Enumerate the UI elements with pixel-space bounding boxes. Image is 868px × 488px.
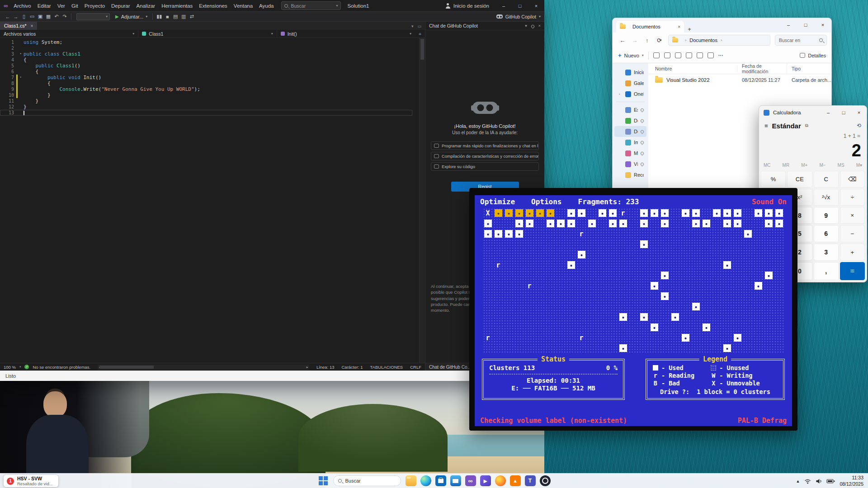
hidden-icons-chevron[interactable]: ▲: [796, 479, 800, 483]
vs-menu-git[interactable]: Git: [68, 0, 81, 11]
code-editor[interactable]: 1using System;23▾public class Class14{5 …: [0, 38, 425, 363]
taskbar-media-player-icon[interactable]: [480, 475, 491, 486]
keep-on-top-icon[interactable]: ⧉: [805, 123, 808, 128]
calc-maximize-button[interactable]: □: [836, 106, 851, 119]
calc-key-6[interactable]: 6: [814, 225, 839, 242]
rename-icon[interactable]: [686, 52, 692, 58]
code-line-12[interactable]: 12}: [0, 104, 412, 110]
vs-menu-ver[interactable]: Ver: [54, 0, 68, 11]
code-line-11[interactable]: 11 }: [0, 98, 412, 104]
vs-search-box[interactable]: Buscar ▾: [281, 1, 341, 10]
calc-key-CE[interactable]: CE: [787, 171, 812, 188]
columns-icon[interactable]: ▤: [171, 14, 179, 19]
sidebar-item-recorded-video[interactable]: Recorded Video: [614, 169, 646, 180]
copilot-panel-header[interactable]: Chat de GitHub Copilot ▾ ×: [425, 22, 544, 30]
editor-vertical-scrollbar[interactable]: [419, 38, 425, 363]
sidebar-item-escritorio[interactable]: Escritorio: [614, 104, 646, 115]
calc-key-9[interactable]: 9: [814, 207, 839, 224]
code-line-8[interactable]: 8 {: [0, 80, 412, 86]
calc-memory-mc[interactable]: MC: [764, 163, 771, 168]
volume-icon[interactable]: [816, 479, 822, 484]
calc-memory-ms[interactable]: MS: [838, 163, 844, 168]
calc-key-⌫[interactable]: ⌫: [840, 171, 865, 188]
column-header-tipo[interactable]: Tipo: [792, 66, 827, 71]
compare-icon[interactable]: ⇄: [188, 14, 196, 19]
refresh-button[interactable]: ⟳: [654, 37, 665, 44]
vs-menu-analizar[interactable]: Analizar: [133, 0, 159, 11]
defrag-menu-optimize[interactable]: Optimize: [480, 197, 515, 206]
code-line-7[interactable]: 7▾ public void Init(): [0, 75, 412, 80]
taskbar-teams-icon[interactable]: [525, 475, 536, 486]
hamburger-menu-icon[interactable]: ≡: [764, 122, 768, 129]
calc-minimize-button[interactable]: –: [821, 106, 836, 119]
vs-menu-proyecto[interactable]: Proyecto: [81, 0, 108, 11]
pin-icon[interactable]: [530, 24, 535, 29]
calc-memory-m-[interactable]: M+: [801, 163, 807, 168]
line-endings[interactable]: CRLF: [410, 365, 421, 370]
calc-key-,[interactable]: ,: [814, 262, 839, 280]
calc-memory-m-[interactable]: M−: [819, 163, 826, 168]
sidebar-item-onedrive[interactable]: ›OneDrive: [614, 89, 646, 99]
new-tab-button[interactable]: +: [684, 26, 695, 33]
sign-in-button[interactable]: Inicio de sesión: [453, 3, 489, 9]
code-line-1[interactable]: 1using System;: [0, 39, 412, 45]
explorer-tab-documentos[interactable]: Documentos ×: [616, 21, 684, 33]
more-options-button[interactable]: ⋯: [718, 52, 724, 58]
chevron-down-icon[interactable]: ▾: [525, 23, 527, 28]
back-button[interactable]: ←: [617, 37, 627, 44]
sidebar-item-descargas[interactable]: Descargas: [614, 115, 646, 126]
sidebar-item-imagenes[interactable]: Imágenes: [614, 137, 646, 148]
taskbar-file-explorer-icon[interactable]: [406, 475, 416, 486]
cut-icon[interactable]: [653, 52, 660, 58]
defrag-menu-options[interactable]: Options: [531, 197, 561, 206]
copy-icon[interactable]: [664, 52, 670, 58]
taskbar-search[interactable]: Buscar: [333, 475, 401, 486]
calc-close-button[interactable]: ×: [851, 106, 867, 119]
calc-key-÷[interactable]: ÷: [840, 189, 865, 206]
sidebar-item-videos[interactable]: Vídeos: [614, 159, 646, 169]
problems-status[interactable]: No se encontraron problemas.: [33, 365, 90, 370]
navigate-forward-icon[interactable]: →: [12, 14, 20, 19]
taskbar-mail-icon[interactable]: [450, 475, 461, 486]
code-line-13[interactable]: 13: [0, 110, 412, 116]
vs-menu-ayuda[interactable]: Ayuda: [256, 0, 277, 11]
close-tab-icon[interactable]: ×: [678, 24, 680, 29]
vs-menu-archivo[interactable]: Archivo: [10, 0, 34, 11]
sidebar-item-galeria[interactable]: Galería: [614, 78, 646, 89]
notification-toast[interactable]: 1 HSV - SVW Resaltado de vid...: [4, 475, 58, 487]
code-line-5[interactable]: 5 public Class1(): [0, 63, 412, 69]
code-line-3[interactable]: 3▾public class Class1: [0, 51, 412, 57]
pause-icon[interactable]: ▮▮: [155, 14, 163, 19]
vs-menu-herramientas[interactable]: Herramientas: [158, 0, 196, 11]
calc-memory-mr[interactable]: MR: [783, 163, 790, 168]
taskbar-firefox-icon[interactable]: [495, 475, 506, 486]
history-icon[interactable]: ⟲: [857, 122, 861, 129]
video-player[interactable]: [0, 380, 544, 488]
save-icon[interactable]: ▣: [36, 14, 44, 19]
sidebar-item-musica[interactable]: Música: [614, 148, 646, 159]
undo-icon[interactable]: ↶: [52, 14, 61, 19]
type-dropdown[interactable]: Class1 ▾: [138, 30, 277, 38]
explorer-search-input[interactable]: Buscar en: [775, 35, 827, 46]
explorer-maximize-button[interactable]: □: [797, 18, 814, 32]
code-line-9[interactable]: 9 Console.Write("Never Gonna Give You Up…: [0, 86, 412, 92]
navigate-back-icon[interactable]: ←: [4, 14, 12, 19]
calc-key-=[interactable]: =: [840, 262, 865, 280]
new-item-button[interactable]: + Nuevo ▾: [618, 52, 644, 59]
forward-button[interactable]: →: [629, 37, 640, 44]
attach-run-button[interactable]: ▶ Adjuntar... ▾: [115, 14, 147, 19]
float-window-icon[interactable]: ▭: [417, 24, 421, 28]
vs-minimize-button[interactable]: –: [495, 0, 512, 11]
stop-icon[interactable]: ■: [163, 14, 171, 19]
vs-maximize-button[interactable]: □: [512, 0, 528, 11]
defrag-menu-fragments-233[interactable]: Fragments: 233: [578, 197, 639, 206]
vs-menu-editar[interactable]: Editar: [34, 0, 54, 11]
taskbar-edge-icon[interactable]: [420, 475, 431, 486]
scroll-right-icon[interactable]: ▸: [307, 365, 308, 370]
battery-icon[interactable]: [826, 479, 835, 484]
delete-icon[interactable]: [708, 52, 714, 58]
up-button[interactable]: ↑: [642, 37, 652, 44]
zoom-level[interactable]: 100 %: [4, 365, 16, 370]
column-header-fecha-de-modificacion[interactable]: Fecha de modificación: [742, 63, 787, 74]
wifi-icon[interactable]: [804, 479, 811, 484]
